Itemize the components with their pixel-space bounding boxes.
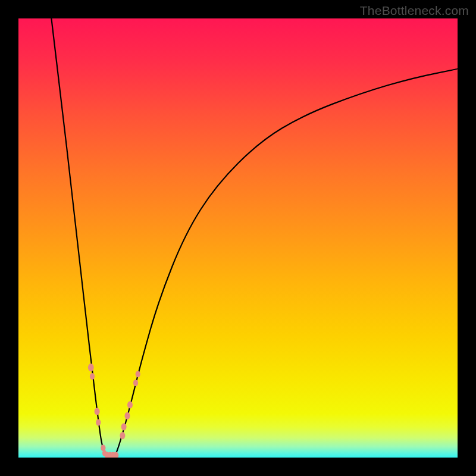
watermark-text: TheBottleneck.com (360, 4, 469, 18)
curve-group (51, 18, 458, 456)
highlight-dot (95, 408, 100, 415)
highlight-dot (133, 380, 138, 386)
highlight-dot (121, 423, 127, 430)
highlight-dot (125, 412, 130, 419)
highlight-dot (127, 401, 133, 408)
chart-svg (18, 18, 458, 458)
left-curve (51, 18, 106, 456)
highlight-dot (136, 371, 140, 377)
highlight-dots (88, 364, 140, 458)
highlight-dot (90, 373, 95, 380)
outer-frame: TheBottleneck.com (0, 0, 476, 476)
right-curve (115, 69, 458, 456)
highlight-dot (120, 432, 125, 439)
highlight-dot (96, 419, 101, 426)
highlight-dot (88, 364, 94, 371)
plot-area (18, 18, 458, 458)
highlight-dot (101, 444, 105, 451)
